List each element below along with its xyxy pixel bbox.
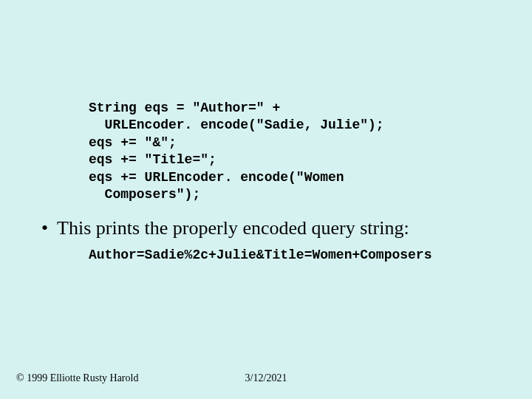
output-block: Author=Sadie%2c+Julie&Title=Women+Compos… — [89, 247, 497, 264]
footer-copyright: © 1999 Elliotte Rusty Harold — [16, 372, 138, 384]
bullet-marker: • — [41, 216, 48, 241]
slide-content: String eqs = "Author=" + URLEncoder. enc… — [0, 0, 532, 264]
bullet-item: • This prints the properly encoded query… — [35, 216, 497, 241]
code-block: String eqs = "Author=" + URLEncoder. enc… — [89, 100, 497, 203]
footer-date: 3/12/2021 — [245, 372, 287, 384]
bullet-text: This prints the properly encoded query s… — [57, 216, 409, 241]
